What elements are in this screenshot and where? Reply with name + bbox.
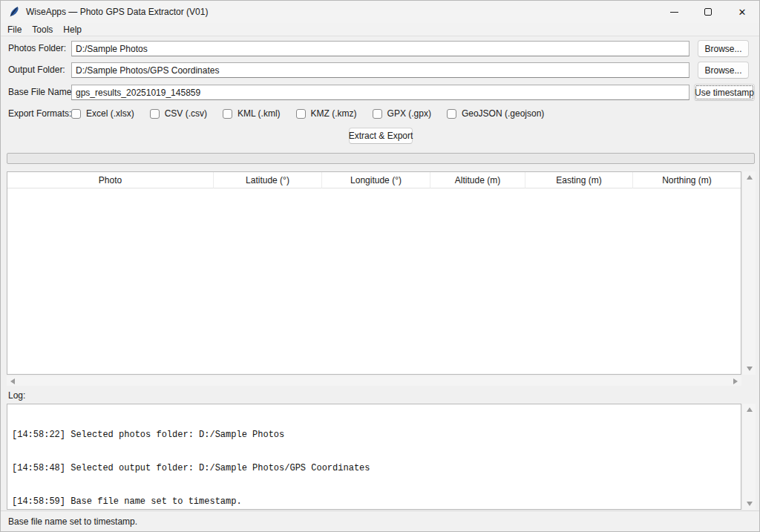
format-excel[interactable]: Excel (.xlsx) [71, 108, 134, 119]
column-header-longitude[interactable]: Longitude (°) [322, 172, 430, 188]
format-kmz[interactable]: KMZ (.kmz) [296, 108, 357, 119]
window-controls: ✕ [657, 1, 759, 23]
csv-checkbox[interactable] [150, 109, 160, 119]
output-folder-input[interactable] [71, 62, 689, 78]
menu-tools[interactable]: Tools [27, 23, 58, 36]
format-csv[interactable]: CSV (.csv) [150, 108, 207, 119]
excel-checkbox[interactable] [71, 109, 81, 119]
menu-file[interactable]: File [2, 23, 27, 36]
table-horizontal-scrollbar[interactable] [7, 376, 741, 386]
kmz-checkbox-label: KMZ (.kmz) [311, 108, 357, 119]
table-header-row: Photo Latitude (°) Longitude (°) Altitud… [7, 172, 741, 188]
column-header-easting[interactable]: Easting (m) [525, 172, 633, 188]
column-header-photo[interactable]: Photo [7, 172, 214, 188]
export-formats-row: Excel (.xlsx) CSV (.csv) KML (.kml) KMZ … [71, 107, 544, 120]
status-text: Base file name set to timestamp. [8, 516, 137, 527]
status-bar: Base file name set to timestamp. [1, 510, 759, 531]
scroll-down-icon[interactable] [747, 367, 753, 371]
column-header-northing[interactable]: Northing (m) [633, 172, 741, 188]
excel-checkbox-label: Excel (.xlsx) [86, 108, 134, 119]
extract-export-button[interactable]: Extract & Export [349, 128, 413, 144]
results-table: Photo Latitude (°) Longitude (°) Altitud… [7, 171, 741, 375]
column-header-altitude[interactable]: Altitude (m) [430, 172, 525, 188]
export-formats-label: Export Formats: [8, 106, 71, 122]
photos-folder-input[interactable] [71, 41, 689, 56]
log-line: [14:58:48] Selected output folder: D:/Sa… [12, 463, 736, 474]
title-bar: WiseApps — Photo GPS Data Extractor (V01… [1, 1, 759, 23]
geojson-checkbox[interactable] [447, 109, 456, 119]
scroll-up-icon[interactable] [747, 407, 753, 412]
close-icon: ✕ [738, 7, 747, 17]
progress-bar [7, 153, 755, 164]
window-title: WiseApps — Photo GPS Data Extractor (V01… [26, 7, 208, 17]
close-button[interactable]: ✕ [725, 1, 759, 23]
geojson-checkbox-label: GeoJSON (.geojson) [462, 108, 544, 119]
output-folder-label: Output Folder: [8, 62, 65, 78]
photos-browse-button[interactable]: Browse... [698, 40, 749, 57]
log-vertical-scrollbar[interactable] [743, 404, 756, 510]
minimize-button[interactable] [657, 1, 691, 23]
scroll-up-icon[interactable] [747, 175, 753, 180]
log-label: Log: [8, 390, 25, 401]
app-window: { "window": { "title": "WiseApps — Photo… [0, 0, 760, 532]
table-vertical-scrollbar[interactable] [743, 171, 756, 375]
output-browse-button[interactable]: Browse... [698, 62, 749, 79]
maximize-button[interactable] [691, 1, 725, 23]
log-output: [14:58:22] Selected photos folder: D:/Sa… [7, 404, 741, 510]
kml-checkbox[interactable] [223, 109, 232, 119]
format-gpx[interactable]: GPX (.gpx) [373, 108, 431, 119]
kmz-checkbox[interactable] [296, 109, 306, 119]
photos-folder-label: Photos Folder: [8, 41, 66, 56]
minimize-icon [670, 12, 678, 13]
use-timestamp-button[interactable]: Use timestamp [694, 84, 755, 101]
column-header-latitude[interactable]: Latitude (°) [214, 172, 322, 188]
csv-checkbox-label: CSV (.csv) [165, 108, 207, 119]
format-geojson[interactable]: GeoJSON (.geojson) [447, 108, 544, 119]
log-line: [14:58:22] Selected photos folder: D:/Sa… [12, 430, 736, 441]
base-file-name-input[interactable] [71, 85, 689, 100]
scroll-right-icon[interactable] [733, 378, 738, 384]
menu-bar: File Tools Help [1, 23, 759, 36]
kml-checkbox-label: KML (.kml) [238, 108, 281, 119]
gpx-checkbox[interactable] [373, 109, 382, 119]
maximize-icon [704, 8, 712, 16]
format-kml[interactable]: KML (.kml) [223, 108, 281, 119]
gpx-checkbox-label: GPX (.gpx) [387, 108, 431, 119]
log-line: [14:58:59] Base file name set to timesta… [12, 496, 736, 508]
scroll-down-icon[interactable] [747, 502, 753, 506]
python-feather-icon [8, 6, 20, 18]
menu-help[interactable]: Help [58, 23, 87, 36]
scroll-left-icon[interactable] [10, 378, 15, 384]
base-file-name-label: Base File Name: [8, 85, 74, 100]
